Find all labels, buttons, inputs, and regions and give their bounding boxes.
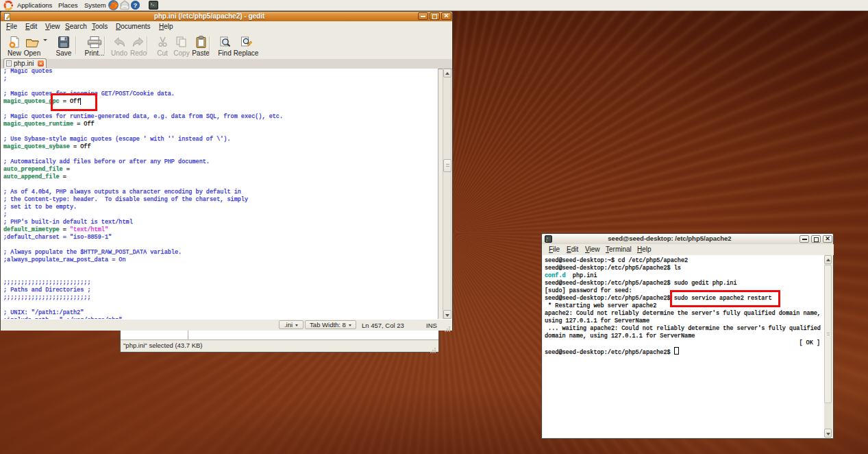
svg-text:?: ? [134, 1, 138, 9]
